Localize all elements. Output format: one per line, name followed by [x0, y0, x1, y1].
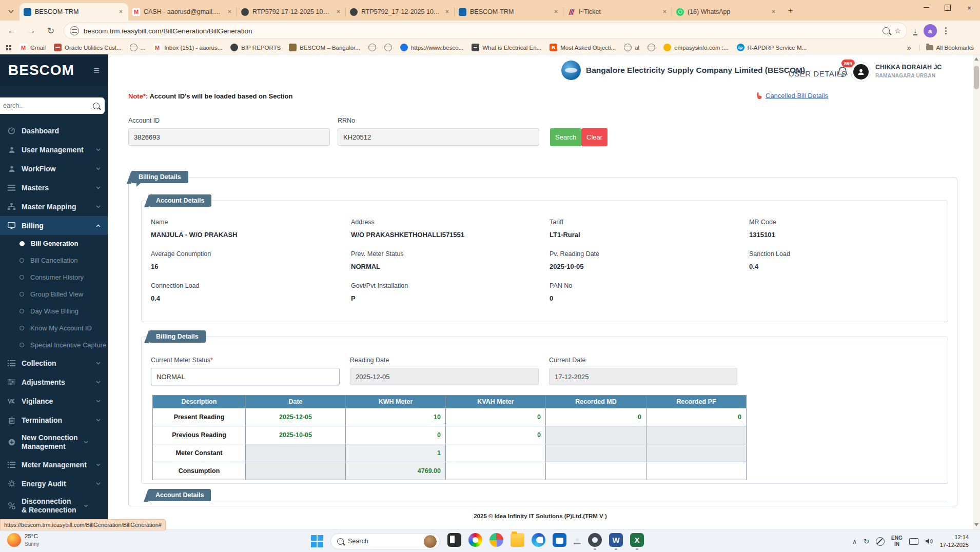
taskbar-weather-widget[interactable]: 25°CSunny: [7, 533, 39, 548]
language-indicator[interactable]: ENGIN: [891, 535, 903, 548]
bookmark-bip-reports[interactable]: BIP REPORTS: [230, 44, 281, 51]
scroll-up-arrow[interactable]: [974, 57, 978, 61]
notifications-button[interactable]: 899: [836, 66, 849, 79]
sidebar-item-energy-audit[interactable]: Energy Audit: [0, 474, 108, 493]
close-button[interactable]: ×: [958, 0, 980, 15]
cancelled-bill-details-link[interactable]: Cancelled Bill Details: [755, 91, 828, 100]
volume-icon[interactable]: [925, 538, 933, 545]
sync-icon[interactable]: ↻: [864, 538, 869, 545]
sidebar-search[interactable]: [0, 97, 105, 114]
taskbar-search[interactable]: Search: [330, 533, 440, 549]
sidebar-item-user-management[interactable]: User Management: [0, 140, 108, 159]
url-text[interactable]: bescom.trm.ieasybill.com/BillGeneration/…: [84, 27, 878, 35]
tray-expand-icon[interactable]: ∧: [852, 538, 857, 545]
bookmark-empasys[interactable]: empasysinfo.com :...: [663, 44, 728, 51]
reload-button[interactable]: ↻: [44, 26, 57, 36]
current-date-input[interactable]: [549, 368, 737, 385]
taskbar-app-word[interactable]: W: [609, 533, 623, 550]
tab-rtp5792-b[interactable]: RTP5792_17-12-2025 10_51_43 ×: [346, 3, 455, 21]
tab-search-button[interactable]: [3, 4, 18, 18]
sidebar-item-dashboard[interactable]: Dashboard: [0, 121, 108, 140]
bookmark-besco-url[interactable]: https://www.besco...: [400, 44, 463, 51]
bookmark-oracle[interactable]: Oracle Utilities Cust...: [54, 44, 122, 51]
downloads-icon[interactable]: ↓: [913, 27, 917, 35]
all-bookmarks-button[interactable]: All Bookmarks: [919, 45, 974, 51]
bookmark-electrical[interactable]: What is Electrical En...: [472, 44, 541, 51]
tab-close-icon[interactable]: ×: [661, 8, 668, 15]
taskbar-app-notepad[interactable]: [447, 533, 461, 550]
clear-button[interactable]: Clear: [581, 128, 607, 146]
minimize-button[interactable]: [915, 0, 937, 15]
maximize-button[interactable]: [937, 0, 958, 15]
rrno-input[interactable]: [338, 128, 539, 146]
sidebar-item-master-mapping[interactable]: Master Mapping: [0, 197, 108, 216]
profile-avatar[interactable]: a: [924, 24, 937, 37]
scroll-down-arrow[interactable]: [974, 523, 978, 526]
sidebar-item-termination[interactable]: Termination: [0, 410, 108, 429]
tab-whatsapp[interactable]: (16) WhatsApp ×: [672, 3, 781, 21]
bookmark-globe-1[interactable]: [368, 44, 376, 51]
tab-close-icon[interactable]: ×: [770, 8, 777, 15]
bookmark-rapdrp[interactable]: hpR-APDRP Service M...: [737, 44, 807, 51]
bookmark-dots[interactable]: ...: [130, 44, 146, 51]
tab-close-icon[interactable]: ×: [335, 8, 342, 15]
tab-close-icon[interactable]: ×: [553, 8, 559, 15]
sidebar-item-disconnection-reconnection[interactable]: Disconnection & Reconnection: [0, 493, 108, 519]
taskbar-app-excel[interactable]: X: [630, 533, 644, 550]
forward-button[interactable]: →: [25, 26, 38, 36]
taskbar-clock[interactable]: 12:1417-12-2025: [940, 534, 969, 549]
sidebar-item-new-connection-management[interactable]: New Connection Management: [0, 429, 108, 455]
tab-rtp5792-a[interactable]: RTP5792 17-12-2025 10_53_14 ×: [237, 3, 346, 21]
bookmark-star-icon[interactable]: ☆: [894, 27, 901, 35]
sidebar-item-workflow[interactable]: WorkFlow: [0, 159, 108, 178]
sidebar-item-vigilance[interactable]: Vigilance: [0, 391, 108, 410]
taskbar-app-chrome[interactable]: [574, 538, 581, 544]
scrollbar-thumb[interactable]: [974, 66, 979, 89]
sidebar-subitem-bill-cancellation[interactable]: Bill Cancellation: [0, 252, 108, 269]
sidebar-subitem-consumer-history[interactable]: Consumer History: [0, 269, 108, 286]
taskbar-app-store[interactable]: [553, 533, 566, 550]
tab-gmail-cash[interactable]: M CASH - aaorusd@gmail.com - C ×: [128, 3, 237, 21]
hamburger-icon[interactable]: ≡: [93, 65, 100, 76]
address-bar[interactable]: bescom.trm.ieasybill.com/BillGeneration/…: [64, 23, 907, 39]
tab-iticket[interactable]: i~Ticket ×: [563, 3, 672, 21]
tab-bescom-trm-active[interactable]: BESCOM-TRM ×: [19, 3, 128, 21]
site-settings-icon[interactable]: [70, 26, 79, 35]
reading-date-input[interactable]: [350, 368, 539, 385]
taskbar-app-file-explorer[interactable]: [511, 533, 524, 550]
zoom-icon[interactable]: [883, 27, 890, 34]
user-avatar[interactable]: [851, 62, 871, 82]
bookmarks-overflow-icon[interactable]: »: [907, 44, 911, 52]
sidebar-item-masters[interactable]: Masters: [0, 178, 108, 197]
user-details-menu[interactable]: USER DETAILS: [789, 69, 860, 78]
cell-md[interactable]: 0: [546, 408, 646, 426]
cell-kvah[interactable]: 0: [446, 408, 546, 426]
tab-close-icon[interactable]: ×: [117, 8, 124, 15]
tab-close-icon[interactable]: ×: [444, 8, 450, 15]
taskbar-app-office[interactable]: [489, 533, 503, 550]
vertical-scrollbar[interactable]: [973, 54, 980, 529]
bookmark-globe-3[interactable]: [648, 44, 655, 51]
search-button[interactable]: Search: [550, 128, 581, 146]
sidebar-subitem-group-billed-view[interactable]: Group Billed View: [0, 286, 108, 303]
back-button[interactable]: ←: [5, 26, 18, 36]
start-button[interactable]: [311, 535, 323, 547]
tab-bescom-trm-2[interactable]: BESCOM-TRM ×: [455, 3, 563, 21]
bookmark-globe-2[interactable]: [384, 44, 392, 51]
browser-menu-icon[interactable]: [943, 27, 949, 34]
sidebar-item-billing[interactable]: Billing: [0, 216, 108, 235]
sidebar-subitem-day-wise-billing[interactable]: Day Wise Billing: [0, 303, 108, 320]
bookmark-most-asked[interactable]: BMost Asked Objecti...: [550, 44, 616, 51]
tab-close-icon[interactable]: ×: [226, 8, 233, 15]
cell-kwh[interactable]: 10: [346, 408, 446, 426]
bookmark-gmail[interactable]: MGmail: [19, 44, 46, 51]
sidebar-item-adjustments[interactable]: Adjustments: [0, 372, 108, 391]
eye-off-icon[interactable]: [876, 537, 885, 546]
new-tab-button[interactable]: +: [784, 4, 797, 17]
sidebar-subitem-know-my-account-id[interactable]: Know My Account ID: [0, 320, 108, 337]
cell-pf[interactable]: 0: [646, 408, 747, 426]
sidebar-item-meter-management[interactable]: Meter Management: [0, 455, 108, 474]
cancelled-bill-details-label[interactable]: Cancelled Bill Details: [766, 92, 828, 100]
touch-keyboard-icon[interactable]: [909, 538, 918, 545]
apps-grid-icon[interactable]: [6, 45, 11, 50]
